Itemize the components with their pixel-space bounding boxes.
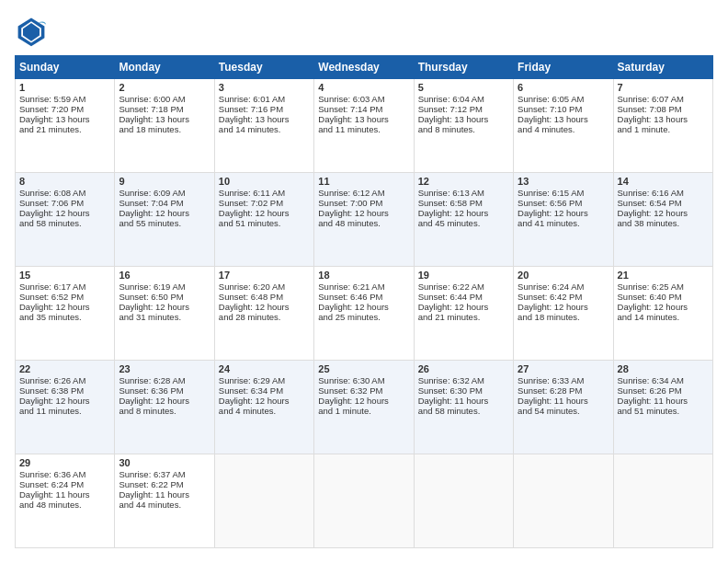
day-number: 9 xyxy=(119,176,210,187)
day-info-line: Sunrise: 6:33 AM xyxy=(518,375,609,385)
calendar: SundayMondayTuesdayWednesdayThursdayFrid… xyxy=(15,55,713,548)
day-info-line: and 45 minutes. xyxy=(418,218,509,228)
calendar-cell: 27Sunrise: 6:33 AMSunset: 6:28 PMDayligh… xyxy=(514,361,613,454)
calendar-cell xyxy=(214,454,313,548)
day-info-line: Sunset: 6:44 PM xyxy=(418,292,509,302)
day-info-line: and 55 minutes. xyxy=(119,218,210,228)
day-info-line: Sunrise: 6:30 AM xyxy=(318,375,409,385)
day-info-line: Sunrise: 6:09 AM xyxy=(119,188,210,198)
day-info-line: Sunset: 6:50 PM xyxy=(119,292,210,302)
calendar-cell: 19Sunrise: 6:22 AMSunset: 6:44 PMDayligh… xyxy=(414,267,513,361)
day-number: 12 xyxy=(418,176,509,187)
weekday-header-row: SundayMondayTuesdayWednesdayThursdayFrid… xyxy=(16,56,713,79)
day-info-line: Sunset: 7:04 PM xyxy=(119,198,210,208)
day-info-line: and 41 minutes. xyxy=(518,218,609,228)
day-number: 29 xyxy=(19,457,110,468)
day-info-line: Sunrise: 6:20 AM xyxy=(219,282,310,292)
day-info-line: and 14 minutes. xyxy=(618,312,709,322)
day-info-line: Sunrise: 6:28 AM xyxy=(119,375,210,385)
day-number: 27 xyxy=(518,363,609,374)
day-info-line: and 11 minutes. xyxy=(318,124,409,134)
day-info-line: Sunset: 6:22 PM xyxy=(119,479,210,489)
calendar-cell: 3Sunrise: 6:01 AMSunset: 7:16 PMDaylight… xyxy=(214,79,313,173)
day-number: 10 xyxy=(219,176,310,187)
day-number: 2 xyxy=(119,82,210,93)
calendar-cell: 4Sunrise: 6:03 AMSunset: 7:14 PMDaylight… xyxy=(314,79,414,173)
weekday-header-saturday: Saturday xyxy=(613,56,712,79)
calendar-cell: 18Sunrise: 6:21 AMSunset: 6:46 PMDayligh… xyxy=(314,267,414,361)
calendar-cell: 12Sunrise: 6:13 AMSunset: 6:58 PMDayligh… xyxy=(414,173,513,267)
day-info-line: Daylight: 11 hours xyxy=(119,489,210,500)
day-info-line: Sunrise: 6:26 AM xyxy=(19,375,110,385)
calendar-cell: 28Sunrise: 6:34 AMSunset: 6:26 PMDayligh… xyxy=(613,361,712,454)
day-info-line: Sunrise: 6:13 AM xyxy=(418,188,509,198)
day-info-line: Daylight: 12 hours xyxy=(318,302,409,312)
weekday-header-sunday: Sunday xyxy=(16,56,115,79)
day-info-line: Daylight: 12 hours xyxy=(318,396,409,406)
calendar-cell: 17Sunrise: 6:20 AMSunset: 6:48 PMDayligh… xyxy=(214,267,313,361)
weekday-header-wednesday: Wednesday xyxy=(314,56,414,79)
day-info-line: Sunset: 6:54 PM xyxy=(618,198,709,208)
day-info-line: and 38 minutes. xyxy=(618,218,709,228)
day-info-line: Daylight: 12 hours xyxy=(219,396,310,406)
day-info-line: Sunrise: 6:07 AM xyxy=(618,94,709,104)
day-info-line: Daylight: 13 hours xyxy=(219,114,310,124)
day-number: 25 xyxy=(318,363,409,374)
calendar-cell: 10Sunrise: 6:11 AMSunset: 7:02 PMDayligh… xyxy=(214,173,313,267)
day-number: 28 xyxy=(618,363,709,374)
day-info-line: Daylight: 12 hours xyxy=(19,208,110,218)
day-info-line: Daylight: 12 hours xyxy=(618,302,709,312)
day-info-line: and 18 minutes. xyxy=(119,124,210,134)
day-info-line: Sunset: 7:06 PM xyxy=(19,198,110,208)
header xyxy=(15,15,713,48)
day-info-line: Sunrise: 6:05 AM xyxy=(518,94,609,104)
day-info-line: Sunset: 6:56 PM xyxy=(518,198,609,208)
calendar-cell: 23Sunrise: 6:28 AMSunset: 6:36 PMDayligh… xyxy=(115,361,214,454)
day-info-line: Sunset: 6:30 PM xyxy=(418,385,509,396)
calendar-cell: 15Sunrise: 6:17 AMSunset: 6:52 PMDayligh… xyxy=(16,267,115,361)
day-info-line: Daylight: 11 hours xyxy=(418,396,509,406)
day-info-line: Sunset: 6:38 PM xyxy=(19,385,110,396)
calendar-cell: 6Sunrise: 6:05 AMSunset: 7:10 PMDaylight… xyxy=(514,79,613,173)
day-info-line: Daylight: 12 hours xyxy=(518,208,609,218)
day-info-line: Daylight: 12 hours xyxy=(19,302,110,312)
day-number: 1 xyxy=(19,82,110,93)
day-info-line: and 1 minute. xyxy=(318,406,409,416)
day-number: 26 xyxy=(418,363,509,374)
calendar-cell: 29Sunrise: 6:36 AMSunset: 6:24 PMDayligh… xyxy=(16,454,115,548)
logo xyxy=(15,15,53,48)
day-info-line: Sunset: 6:48 PM xyxy=(219,292,310,302)
day-info-line: Daylight: 12 hours xyxy=(119,396,210,406)
weekday-header-monday: Monday xyxy=(115,56,214,79)
day-number: 5 xyxy=(418,82,509,93)
day-number: 22 xyxy=(19,363,110,374)
day-info-line: and 35 minutes. xyxy=(19,312,110,322)
day-info-line: Daylight: 12 hours xyxy=(518,302,609,312)
week-row-4: 22Sunrise: 6:26 AMSunset: 6:38 PMDayligh… xyxy=(16,361,713,454)
day-info-line: Sunset: 6:24 PM xyxy=(19,479,110,489)
calendar-cell xyxy=(514,454,613,548)
day-info-line: Sunrise: 6:00 AM xyxy=(119,94,210,104)
day-info-line: and 58 minutes. xyxy=(19,218,110,228)
day-info-line: Daylight: 12 hours xyxy=(119,302,210,312)
page: SundayMondayTuesdayWednesdayThursdayFrid… xyxy=(0,0,728,563)
calendar-cell: 11Sunrise: 6:12 AMSunset: 7:00 PMDayligh… xyxy=(314,173,414,267)
day-number: 14 xyxy=(618,176,709,187)
calendar-cell xyxy=(314,454,414,548)
day-info-line: Sunrise: 6:01 AM xyxy=(219,94,310,104)
day-info-line: Daylight: 13 hours xyxy=(19,114,110,124)
day-info-line: Sunrise: 6:24 AM xyxy=(518,282,609,292)
day-number: 17 xyxy=(219,270,310,281)
day-info-line: and 25 minutes. xyxy=(318,312,409,322)
day-info-line: Sunset: 6:46 PM xyxy=(318,292,409,302)
calendar-cell: 20Sunrise: 6:24 AMSunset: 6:42 PMDayligh… xyxy=(514,267,613,361)
week-row-2: 8Sunrise: 6:08 AMSunset: 7:06 PMDaylight… xyxy=(16,173,713,267)
day-info-line: and 48 minutes. xyxy=(318,218,409,228)
day-info-line: Daylight: 12 hours xyxy=(219,302,310,312)
day-info-line: Daylight: 13 hours xyxy=(518,114,609,124)
day-number: 15 xyxy=(19,270,110,281)
day-number: 6 xyxy=(518,82,609,93)
day-info-line: Sunset: 7:02 PM xyxy=(219,198,310,208)
logo-icon xyxy=(15,15,48,48)
day-info-line: Sunrise: 6:25 AM xyxy=(618,282,709,292)
